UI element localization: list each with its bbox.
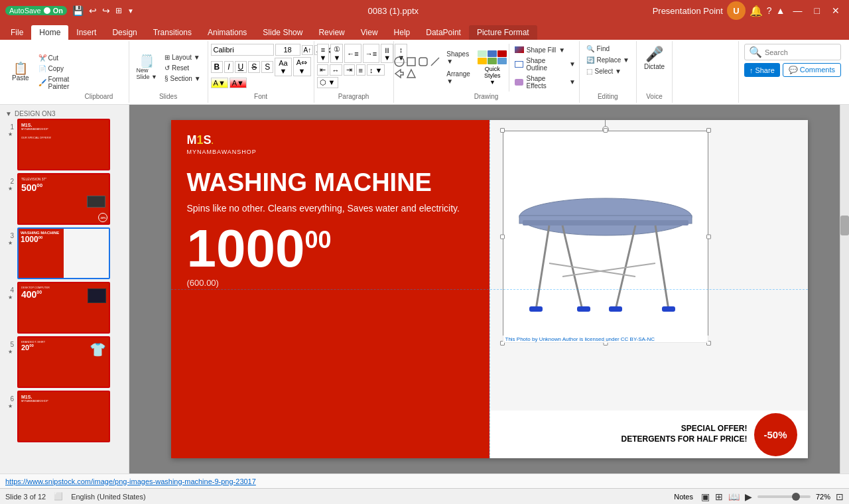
- underline-button[interactable]: U: [235, 61, 247, 73]
- select-button[interactable]: ⬚ Select ▼: [584, 66, 632, 76]
- bullets-button[interactable]: ≡ ▼: [317, 44, 330, 63]
- justify-button[interactable]: ≡: [356, 64, 365, 76]
- align-left-button[interactable]: ⇤: [317, 64, 328, 76]
- vertical-scrollbar[interactable]: [840, 105, 849, 473]
- triangle-shape[interactable]: [406, 68, 417, 79]
- reading-view-icon[interactable]: 📖: [728, 491, 740, 502]
- shapes-button[interactable]: Shapes ▼: [443, 48, 474, 67]
- tab-view[interactable]: View: [353, 25, 386, 40]
- shape-effects-button[interactable]: Shape Effects ▼: [512, 74, 578, 91]
- qs-cell-2[interactable]: [488, 50, 497, 57]
- share-button[interactable]: ↑ Share: [744, 63, 780, 77]
- quick-styles-label[interactable]: Quick Styles: [479, 66, 506, 79]
- align-center-button[interactable]: ↔: [330, 64, 342, 76]
- reset-button[interactable]: ↺ Reset: [162, 63, 204, 73]
- comments-button[interactable]: 💬 Comments: [783, 63, 841, 77]
- font-size-increase[interactable]: A↑: [302, 45, 314, 55]
- bold-button[interactable]: B: [211, 61, 224, 73]
- tab-transitions[interactable]: Transitions: [145, 25, 200, 40]
- help-icon[interactable]: ?: [767, 5, 772, 16]
- oval-shape[interactable]: [394, 56, 405, 67]
- arrange-button[interactable]: Arrange ▼: [443, 68, 474, 87]
- format-painter-button[interactable]: 🖌️ Format Painter: [36, 74, 72, 92]
- font-name-input[interactable]: [211, 44, 274, 56]
- user-avatar[interactable]: U: [727, 1, 746, 20]
- qs-cell-6[interactable]: [497, 58, 507, 64]
- char-spacing-button[interactable]: A⇔ ▼: [293, 57, 311, 76]
- shape-fill-button[interactable]: Shape Fill ▼: [512, 45, 578, 55]
- tab-datapoint[interactable]: DataPoint: [418, 25, 469, 40]
- maximize-button[interactable]: □: [811, 5, 824, 16]
- section-button[interactable]: § Section ▼: [162, 74, 204, 84]
- rounded-rect-shape[interactable]: [418, 56, 428, 67]
- redo-icon[interactable]: ↪: [102, 5, 110, 16]
- qs-cell-4[interactable]: [478, 58, 487, 64]
- zoom-level[interactable]: 72%: [816, 493, 830, 501]
- vertical-scrollbar-thumb[interactable]: [840, 216, 849, 235]
- tab-design[interactable]: Design: [104, 25, 145, 40]
- outdent-button[interactable]: ←≡: [344, 44, 361, 63]
- strikethrough-button[interactable]: S: [248, 61, 260, 73]
- normal-view-icon[interactable]: ▣: [701, 491, 710, 502]
- tab-help[interactable]: Help: [386, 25, 419, 40]
- dictate-button[interactable]: 🎤 Dictate: [641, 44, 668, 72]
- rect-shape[interactable]: [406, 56, 417, 67]
- tab-insert[interactable]: Insert: [68, 25, 104, 40]
- font-case-button[interactable]: Aa ▼: [275, 58, 291, 76]
- search-input[interactable]: [765, 48, 818, 56]
- quick-styles-dropdown[interactable]: ▼: [490, 79, 495, 86]
- shape-outline-button[interactable]: Shape Outline ▼: [512, 56, 578, 73]
- qs-cell-1[interactable]: [478, 50, 487, 57]
- notes-button[interactable]: Notes: [671, 493, 696, 501]
- slide-thumb-1[interactable]: M1S. MYNAMBAWANSHOP OUR SPECIAL OFFERS!: [17, 119, 110, 170]
- font-size-input[interactable]: [275, 44, 300, 56]
- collapse-icon[interactable]: ▼: [5, 110, 12, 117]
- font-color-button[interactable]: A▼: [229, 78, 247, 88]
- zoom-slider-thumb[interactable]: [792, 493, 800, 501]
- highlight-button[interactable]: A▼: [211, 78, 228, 88]
- handle-top-left[interactable]: [500, 128, 505, 133]
- italic-button[interactable]: I: [224, 61, 233, 73]
- handle-top-center[interactable]: [603, 128, 608, 133]
- slide-thumb-5[interactable]: BRANDED T-SHIRT 2000 👕: [17, 336, 110, 388]
- slide-thumb-6[interactable]: M1S. MYNAMBAWANSHOP: [17, 391, 110, 442]
- paste-button[interactable]: 📋 Paste: [7, 60, 34, 84]
- line-shape[interactable]: [430, 56, 440, 67]
- fit-to-window-icon[interactable]: ⊡: [836, 491, 844, 502]
- find-button[interactable]: 🔍 Find: [584, 44, 632, 54]
- arrow-shape[interactable]: [394, 68, 405, 79]
- shadow-button[interactable]: S: [261, 61, 273, 73]
- tab-slideshow[interactable]: Slide Show: [255, 25, 310, 40]
- handle-top-right[interactable]: [706, 128, 711, 133]
- tab-animations[interactable]: Animations: [200, 25, 255, 40]
- copy-button[interactable]: 📄 Copy: [36, 64, 72, 74]
- slide-thumb-3[interactable]: WASHING MACHINE 100000: [17, 227, 110, 279]
- save-icon[interactable]: 💾: [72, 5, 84, 16]
- quick-access-icon[interactable]: ⊞: [115, 6, 122, 15]
- notification-icon[interactable]: 🔔: [750, 5, 763, 17]
- slideshow-icon[interactable]: ▶: [745, 491, 752, 502]
- tab-picture-format[interactable]: Picture Format: [469, 25, 537, 40]
- replace-button[interactable]: 🔄 Replace ▼: [584, 55, 632, 65]
- align-right-button[interactable]: ⇥: [344, 64, 355, 76]
- quick-access-dropdown[interactable]: ▼: [127, 7, 134, 15]
- cut-button[interactable]: ✂️ Cut: [36, 53, 72, 63]
- layout-button[interactable]: ⊞ Layout ▼: [162, 52, 204, 62]
- zoom-slider[interactable]: [757, 495, 811, 498]
- undo-icon[interactable]: ↩: [89, 5, 97, 16]
- columns-button[interactable]: ⫼ ▼: [381, 44, 393, 63]
- convert-to-smartart-button[interactable]: ⬡ ▼: [317, 77, 338, 88]
- tab-review[interactable]: Review: [310, 25, 352, 40]
- line-spacing-button[interactable]: ↕ ▼: [367, 64, 385, 76]
- autosave-toggle[interactable]: AutoSave On: [5, 6, 67, 15]
- tab-home[interactable]: Home: [31, 25, 68, 40]
- qs-cell-3[interactable]: [497, 50, 507, 57]
- slide-thumb-4[interactable]: DESKTOP COMPUTER 40000: [17, 282, 110, 334]
- close-button[interactable]: ✕: [828, 5, 844, 16]
- slide-sorter-icon[interactable]: ⊞: [715, 491, 723, 502]
- minimize-button[interactable]: —: [789, 5, 807, 16]
- accessibility-icon[interactable]: ⬜: [54, 492, 63, 501]
- ribbon-toggle[interactable]: ▲: [776, 5, 785, 16]
- language[interactable]: English (United States): [71, 493, 146, 501]
- handle-mid-right[interactable]: [706, 235, 711, 239]
